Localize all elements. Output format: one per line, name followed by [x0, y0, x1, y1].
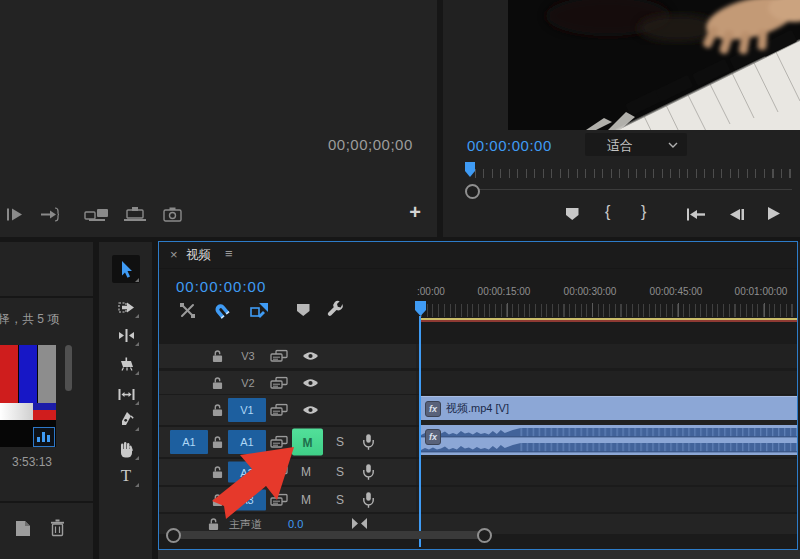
wrench-icon	[326, 300, 345, 319]
mark-in-button[interactable]: {	[605, 203, 610, 221]
lock-icon[interactable]	[212, 376, 223, 390]
fx-badge[interactable]: fx	[425, 401, 441, 417]
source-monitor-panel: 00;00;00;00 +	[0, 0, 437, 237]
annotation-arrow	[200, 438, 310, 530]
chevron-down-icon	[668, 142, 678, 148]
item-duration: 3:53:13	[12, 455, 52, 469]
playhead-marker[interactable]	[414, 301, 427, 317]
sync-lock-icon[interactable]	[270, 376, 288, 389]
ruler-label-30s: 00:00:30:00	[560, 286, 620, 299]
overwrite-icon	[84, 206, 110, 222]
audio-clip[interactable]: fx	[421, 425, 797, 455]
track-label-v2[interactable]: V2	[229, 377, 267, 389]
program-playhead[interactable]	[464, 162, 476, 178]
solo-button-a3[interactable]: S	[333, 493, 347, 507]
track-lane-v3[interactable]	[416, 344, 797, 368]
pen-tool-button[interactable]	[112, 408, 140, 432]
camera-icon	[163, 206, 182, 222]
timeline-ruler[interactable]	[421, 304, 797, 317]
solo-button-a1[interactable]: S	[333, 435, 347, 449]
timeline-marker-button[interactable]	[296, 303, 311, 321]
play-in-to-out-button[interactable]	[6, 207, 23, 226]
go-to-in-icon	[686, 208, 706, 221]
mic-icon[interactable]	[362, 491, 375, 508]
snap-button[interactable]	[213, 301, 231, 323]
fx-badge[interactable]: fx	[425, 429, 441, 445]
project-scrollbar[interactable]	[65, 345, 72, 391]
track-lane-v2[interactable]	[416, 371, 797, 394]
track-lane-a3[interactable]	[416, 487, 797, 512]
program-video-frame[interactable]	[508, 0, 800, 130]
hand-tool-button[interactable]	[112, 437, 140, 461]
eye-icon[interactable]	[302, 405, 319, 416]
insert-icon	[40, 207, 60, 222]
go-to-in-button[interactable]	[686, 207, 706, 225]
sync-lock-icon[interactable]	[270, 350, 288, 363]
program-scrub-handle[interactable]	[465, 184, 480, 199]
add-marker-button[interactable]	[565, 207, 580, 225]
delete-button[interactable]	[50, 519, 65, 541]
timeline-timecode[interactable]: 00:00:00:00	[176, 278, 266, 295]
eye-icon[interactable]	[302, 351, 319, 362]
zoom-level-select[interactable]: 适合	[585, 133, 687, 156]
track-header-v1: V1	[159, 395, 416, 425]
vertical-divider[interactable]	[437, 0, 443, 237]
ruler-label-60s: 00:01:00:00	[731, 286, 791, 299]
track-target-v1[interactable]: V1	[228, 398, 266, 422]
export-frame-button[interactable]	[163, 206, 182, 226]
timeline-settings-button[interactable]	[326, 300, 345, 323]
track-select-forward-tool-button[interactable]	[112, 295, 140, 319]
playhead-line[interactable]	[419, 316, 421, 547]
sync-lock-icon[interactable]	[270, 404, 288, 417]
eye-icon[interactable]	[302, 377, 319, 388]
program-mini-ruler[interactable]	[475, 169, 792, 178]
program-timecode[interactable]: 00:00:00:00	[467, 137, 552, 154]
selection-status: 选择，共 5 项	[0, 311, 106, 328]
extract-icon	[123, 206, 147, 222]
overwrite-button[interactable]	[84, 206, 110, 226]
video-clip-label: 视频.mp4 [V]	[446, 401, 509, 416]
track-label-v3[interactable]: V3	[229, 350, 267, 362]
color-bars-thumbnail[interactable]	[0, 345, 56, 447]
step-back-icon	[729, 208, 745, 221]
play-button[interactable]	[766, 206, 781, 225]
new-item-button[interactable]	[14, 520, 32, 541]
slip-tool-button[interactable]	[112, 382, 140, 406]
program-monitor-panel: 00:00:00:00 适合 { }	[443, 0, 800, 237]
mic-icon[interactable]	[362, 464, 375, 481]
mark-out-button[interactable]: }	[641, 203, 646, 221]
solo-button-a2[interactable]: S	[333, 465, 347, 479]
linked-selection-icon	[250, 302, 269, 319]
extract-button[interactable]	[123, 206, 147, 226]
scrollbar-handle-left[interactable]	[166, 528, 181, 543]
source-timecode[interactable]: 00;00;00;00	[328, 136, 413, 153]
insert-button[interactable]	[40, 207, 60, 226]
selection-tool-icon	[119, 260, 134, 278]
lock-icon[interactable]	[212, 349, 223, 363]
track-header-v3: V3	[159, 344, 416, 368]
timeline-scrollbar[interactable]	[173, 531, 483, 539]
mic-icon[interactable]	[362, 434, 375, 451]
panel-close-button[interactable]: ×	[170, 247, 178, 262]
track-lane-a2[interactable]	[416, 459, 797, 485]
lock-icon[interactable]	[212, 403, 223, 417]
program-scrub-track[interactable]	[473, 189, 792, 190]
step-back-button[interactable]	[729, 207, 745, 225]
linked-selection-button[interactable]	[250, 302, 269, 323]
nest-sequences-icon	[179, 302, 196, 319]
selection-tool-button[interactable]	[112, 255, 140, 283]
video-clip[interactable]: fx 视频.mp4 [V]	[421, 396, 797, 420]
pen-icon	[119, 411, 134, 429]
track-header-v2: V2	[159, 371, 416, 394]
nest-sequences-button[interactable]	[179, 302, 196, 323]
scrollbar-handle-right[interactable]	[477, 528, 492, 543]
panel-menu-button[interactable]: ≡	[225, 246, 233, 261]
ripple-edit-tool-button[interactable]	[112, 323, 140, 347]
timeline-tab-title[interactable]: 视频	[186, 247, 211, 264]
ruler-label-15s: 00:00:15:00	[474, 286, 534, 299]
premiere-app-window: 00;00;00;00 +	[0, 0, 800, 559]
type-tool-button[interactable]: T	[112, 464, 140, 488]
audio-waveform	[421, 425, 797, 455]
add-panel-button[interactable]: +	[404, 201, 426, 223]
razor-tool-button[interactable]	[112, 352, 140, 376]
